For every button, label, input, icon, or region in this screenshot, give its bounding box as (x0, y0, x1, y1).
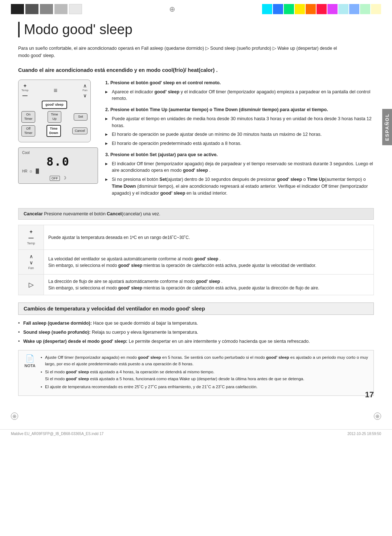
color-red (317, 4, 327, 14)
remote-col: + Temp — ≡ ∧ Fan ∨ good' sleep (18, 80, 98, 201)
nota-icon: 📄 (25, 354, 34, 363)
set-btn: Set (74, 113, 87, 121)
sub-item-1-1: Aparece el indicador good' sleep y el in… (105, 89, 374, 102)
remote-control-image: + Temp — ≡ ∧ Fan ∨ good' sleep (18, 80, 91, 142)
color-light-yellow (371, 4, 381, 14)
color-magenta (327, 4, 338, 14)
off-timer-btn: OffTimer (21, 125, 35, 137)
color-green (284, 4, 294, 14)
bottom-left-mark: ⊕ (11, 413, 18, 420)
bottom-section-heading: Cambios de temperatura y velocidad del v… (18, 302, 374, 315)
feature-desc-fan: La velocidad del ventilador se ajustará … (44, 250, 374, 275)
off-badge: OFF (50, 176, 60, 181)
sub-list-3: El indicador Off timer (temporizador apa… (105, 161, 374, 197)
instructions-col: 1. Presione el botón good' sleep en el c… (105, 80, 374, 201)
right-color-marks (262, 4, 381, 14)
two-col-layout: + Temp — ≡ ∧ Fan ∨ good' sleep (18, 80, 374, 201)
nota-item-3: El ajuste de temperatura recomendado es … (41, 383, 368, 390)
color-light-green (360, 4, 370, 14)
feature-icon-airflow: ▷ (19, 275, 44, 295)
sub-item-2-1: Puede ajustar el tiempo en unidades de m… (105, 115, 374, 129)
feature-desc-temp: Puede ajustar la temperatura deseada en … (44, 225, 374, 250)
nota-label: 📄 NOTA (24, 354, 36, 392)
cancel-box: Cancelar Presione nuevamente el botón Ca… (18, 208, 374, 220)
feature-table: +— Temp Puede ajustar la temperatura des… (18, 225, 374, 295)
intro-paragraph: Para un sueño confortable, el aire acond… (18, 45, 338, 59)
bullet-sound-sleep: Sound sleep (sueño profundo): Relaja su … (18, 329, 374, 336)
mark-black (11, 4, 24, 14)
bullet-fall-asleep: Fall asleep (quedarse dormido): Hace que… (18, 320, 374, 327)
sub-item-3-2: Si no presiona el botón Set(ajustar) den… (105, 176, 374, 196)
bottom-right-mark: ⊕ (374, 413, 381, 420)
remote-row-4: OffTimer TimeDown Cancel (21, 125, 87, 137)
footer-right: 2012-10-25 18:59:50 (347, 432, 381, 436)
sub-item-2-3: El horario de operación predeterminado e… (105, 140, 374, 147)
nota-list: Ajuste Off timer (temporizador apagado) … (41, 354, 368, 390)
color-blue (273, 4, 283, 14)
mark-white (69, 4, 82, 14)
instruction-list: 1. Presione el botón good' sleep en el c… (105, 80, 374, 197)
page-content: Modo good' sleep Para un sueño confortab… (0, 18, 392, 410)
instruction-2-text: 2. Presione el botón Time Up (aumentar t… (105, 107, 328, 112)
nota-box: 📄 NOTA Ajuste Off timer (temporizador ap… (18, 350, 374, 396)
sub-item-2-2: El horario de operación se puede ajustar… (105, 131, 374, 138)
display-hr-line: HR ☼ ▐▌ (22, 168, 94, 174)
page-footer: Maldive EU_AR09FSFP@_IB_DB68-03365A_ES.i… (0, 429, 392, 438)
center-mark: ⊕ (169, 5, 175, 13)
fan-label: Fan (82, 89, 87, 92)
hr-label: HR (22, 169, 27, 173)
feature-row-fan: ∧∨ Fan La velocidad del ventilador se aj… (19, 250, 374, 275)
feature-icon-temp: +— Temp (19, 225, 44, 250)
bullet-list: Fall asleep (quedarse dormido): Hace que… (18, 320, 374, 345)
display-number: 8.0 (22, 155, 94, 168)
bullet-wake-up: Wake up (despertar) desde el modo good' … (18, 338, 374, 345)
color-yellow (295, 4, 305, 14)
color-orange (306, 4, 316, 14)
color-cyan (262, 4, 272, 14)
time-up-btn: TimeUp (48, 111, 61, 122)
nota-text: NOTA (24, 364, 35, 368)
color-light-cyan (338, 4, 348, 14)
instruction-3-text: 3. Presione el botón Set (ajustar) para … (105, 152, 218, 157)
page-title: Modo good' sleep (18, 22, 374, 37)
sub-item-3-1: El indicador Off timer (temporizador apa… (105, 161, 374, 174)
instruction-2: 2. Presione el botón Time Up (aumentar t… (105, 106, 374, 147)
temp-label: Temp (21, 89, 29, 92)
instruction-1: 1. Presione el botón good' sleep en el c… (105, 80, 374, 102)
remote-row-3: OnTimer TimeUp Set (21, 111, 87, 122)
sub-list-1: Aparece el indicador good' sleep y el in… (105, 89, 374, 102)
time-down-btn: TimeDown (46, 125, 61, 137)
mark-light-gray (54, 4, 68, 14)
on-timer-btn: OnTimer (21, 111, 35, 122)
feature-row-airflow: ▷ La dirección de flujo de aire se ajust… (19, 275, 374, 295)
color-light-blue (349, 4, 359, 14)
print-marks-bar: ⊕ (0, 0, 392, 18)
nota-item-1: Ajuste Off timer (temporizador apagado) … (41, 354, 368, 368)
mark-dark-gray (25, 4, 38, 14)
feature-desc-airflow: La dirección de flujo de aire se ajustar… (44, 275, 374, 295)
instruction-3: 3. Presione el botón Set (ajustar) para … (105, 151, 374, 197)
sub-list-2: Puede ajustar el tiempo en unidades de m… (105, 115, 374, 147)
section1-heading: Cuando el aire acondicionado está encend… (18, 66, 374, 74)
mark-medium-gray (40, 4, 53, 14)
display-cool: Cool (22, 151, 94, 155)
feature-icon-fan: ∧∨ Fan (19, 250, 44, 275)
nota-item-2: Si el modo good' sleep está ajustado a 4… (41, 369, 368, 382)
footer-left: Maldive EU_AR09FSFP@_IB_DB68-03365A_ES.i… (11, 432, 103, 436)
good-sleep-btn: good' sleep (42, 101, 67, 109)
instruction-1-text: 1. Presione el botón good' sleep en el c… (105, 80, 221, 85)
feature-row-temp: +— Temp Puede ajustar la temperatura des… (19, 225, 374, 250)
bottom-section: Cambios de temperatura y velocidad del v… (18, 302, 374, 395)
remote-row-2: good' sleep (21, 101, 87, 109)
remote-row-1: + Temp — ≡ ∧ Fan ∨ (21, 83, 87, 98)
bottom-marks-bar: ⊕ ⊕ (0, 410, 392, 422)
left-color-marks (11, 4, 82, 14)
cancel-btn: Cancel (72, 127, 87, 135)
nota-content: Ajuste Off timer (temporizador apagado) … (41, 354, 368, 392)
display-panel: Cool 8.0 HR ☼ ▐▌ OFF ☽ (18, 147, 98, 184)
page-number: 17 (365, 390, 374, 399)
